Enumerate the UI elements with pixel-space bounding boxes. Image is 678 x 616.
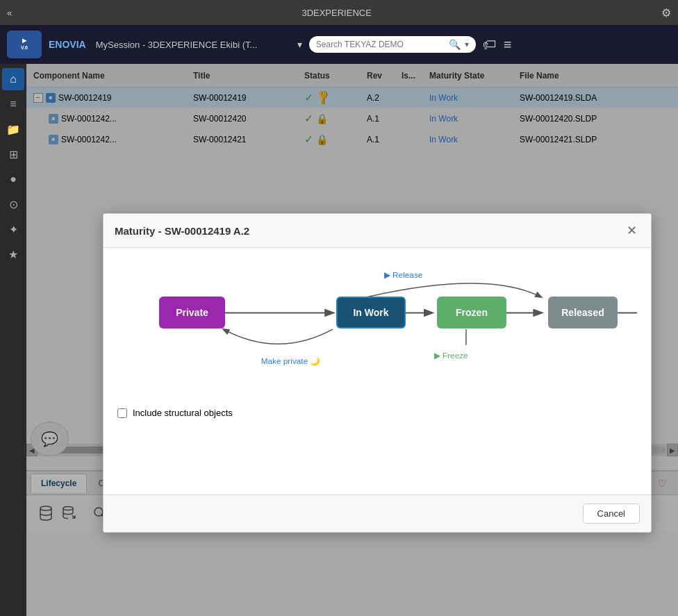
search-chevron[interactable]: ▾ [465,40,469,49]
session-chevron[interactable]: ▾ [297,39,302,50]
released-node-label: Released [561,307,604,318]
sidebar-item-circle[interactable]: ● [2,168,24,190]
sidebar-item-grid[interactable]: ⊞ [2,143,24,165]
search-icon: 🔍 [449,39,461,50]
sidebar-item-home[interactable]: ⌂ [2,68,24,90]
maturity-modal: Maturity - SW-00012419 A.2 ✕ [103,213,652,533]
workflow-diagram: ▶ Release ▶ Freeze Make private 🌙 Privat… [117,262,637,401]
sidebar-item-settings[interactable]: ⊙ [2,193,24,215]
workflow-node-frozen[interactable]: Frozen [437,297,506,328]
sidebar-item-folder[interactable]: 📁 [2,118,24,140]
modal-title: Maturity - SW-00012419 A.2 [115,225,249,237]
frozen-node-label: Frozen [456,307,488,318]
app-logo[interactable]: ▶V.6 [7,31,42,58]
workflow-svg: ▶ Release ▶ Freeze Make private 🌙 [117,262,637,401]
brand-name: ENOVIA [49,39,86,50]
modal-body: ▶ Release ▶ Freeze Make private 🌙 Privat… [104,248,651,494]
inwork-node-label: In Work [353,307,388,318]
modal-header: Maturity - SW-00012419 A.2 ✕ [104,214,651,248]
structural-objects-area: Include structural objects [117,408,637,418]
search-bar: 🔍 ▾ [309,36,476,53]
search-input[interactable] [316,40,445,49]
structural-objects-checkbox[interactable] [117,408,127,418]
topbar: « 3DEXPERIENCE ⚙ [0,0,678,25]
workflow-node-private[interactable]: Private [159,297,225,328]
left-sidebar: ⌂ ≡ 📁 ⊞ ● ⊙ ✦ ★ [0,64,26,616]
modal-close-button[interactable]: ✕ [623,222,640,239]
navbar: ▶V.6 ENOVIA MySession - 3DEXPERIENCE Eki… [0,25,678,64]
collapse-icon[interactable]: « [7,8,12,18]
hamburger-menu-icon[interactable]: ≡ [504,37,512,53]
svg-text:▶ Release: ▶ Release [384,270,423,280]
main-content: Component Name Title Status Rev Is... Ma… [26,64,678,616]
sidebar-item-list[interactable]: ≡ [2,93,24,115]
sidebar-item-star[interactable]: ✦ [2,218,24,240]
logo-version: V.6 [21,45,28,50]
modal-footer: Cancel [104,494,651,532]
cancel-button[interactable]: Cancel [583,503,640,524]
workflow-node-released[interactable]: Released [548,297,618,328]
structural-objects-label: Include structural objects [133,408,233,418]
private-node-label: Private [176,307,208,318]
settings-icon[interactable]: ⚙ [661,6,671,19]
app-title: 3DEXPERIENCE [12,8,661,18]
svg-text:▶ Freeze: ▶ Freeze [434,351,468,360]
tag-icon[interactable]: 🏷 [483,37,497,53]
svg-text:Make private 🌙: Make private 🌙 [261,356,321,366]
workflow-node-inwork[interactable]: In Work [336,297,406,328]
sidebar-item-favorite[interactable]: ★ [2,243,24,265]
session-name: MySession - 3DEXPERIENCE Ekibi (T... [96,40,290,50]
